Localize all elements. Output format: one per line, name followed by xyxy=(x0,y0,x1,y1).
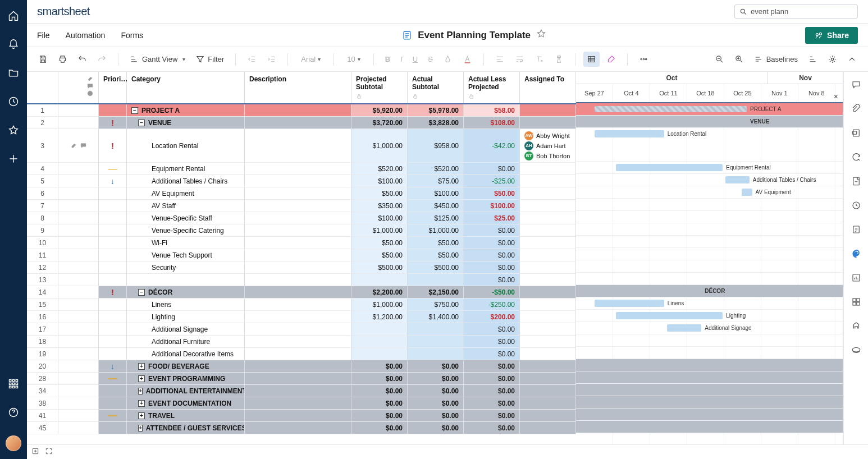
cell-actual[interactable]: $0.00 xyxy=(408,385,464,397)
table-row[interactable]: 5↓Additional Tables / Chairs$100.00$75.0… xyxy=(27,175,576,187)
gantt-row[interactable] xyxy=(576,273,843,285)
cell-description[interactable] xyxy=(245,249,351,261)
cell-description[interactable] xyxy=(245,323,351,336)
expand-toggle[interactable]: − xyxy=(131,107,138,114)
cell-projected[interactable]: $0.00 xyxy=(351,385,408,397)
cell-diff[interactable]: -$25.00 xyxy=(464,175,520,187)
table-row[interactable]: 3!Location Rental$1,000.00$958.00-$42.00… xyxy=(27,129,576,163)
row-number[interactable]: 17 xyxy=(27,323,58,336)
gantt-row[interactable] xyxy=(576,408,843,421)
cell-category[interactable]: −DÉCOR xyxy=(127,286,245,299)
cell-diff[interactable]: $0.00 xyxy=(464,274,520,286)
cell-assigned[interactable] xyxy=(520,397,576,410)
cell-diff[interactable]: $0.00 xyxy=(464,410,520,422)
cell-diff[interactable]: $0.00 xyxy=(464,360,520,373)
table-row[interactable]: 1−PROJECT A$5,920.00$5,978.00$58.00 xyxy=(27,104,576,117)
cell-category[interactable]: AV Equipment xyxy=(127,187,245,200)
cell-category[interactable]: +FOOD/ BEVERAGE xyxy=(127,360,245,373)
cell-category[interactable] xyxy=(127,274,245,286)
row-number[interactable]: 4 xyxy=(27,163,58,175)
cell-diff[interactable]: $0.00 xyxy=(464,249,520,261)
table-row[interactable]: 11Venue Tech Support$50.00$50.00$0.00 xyxy=(27,249,576,261)
row-number[interactable]: 6 xyxy=(27,187,58,200)
cell-description[interactable] xyxy=(245,129,351,163)
cell-priority[interactable]: — xyxy=(99,410,127,422)
cell-assigned[interactable] xyxy=(520,104,576,117)
row-number[interactable]: 38 xyxy=(27,397,58,410)
table-row[interactable]: 20↓+FOOD/ BEVERAGE$0.00$0.00$0.00 xyxy=(27,360,576,373)
table-row[interactable]: 13$0.00 xyxy=(27,274,576,286)
gantt-bar[interactable]: VENUE xyxy=(595,118,747,125)
gantt-row[interactable] xyxy=(576,347,843,359)
fill-color-button[interactable] xyxy=(440,52,456,67)
cell-description[interactable] xyxy=(245,373,351,385)
cell-description[interactable] xyxy=(245,410,351,422)
cell-assigned[interactable] xyxy=(520,274,576,286)
cell-assigned[interactable] xyxy=(520,311,576,323)
table-row[interactable]: 2!−VENUE$3,720.00$3,828.00$108.00 xyxy=(27,117,576,129)
row-number[interactable]: 5 xyxy=(27,175,58,187)
cell-priority[interactable] xyxy=(99,336,127,348)
gantt-row[interactable]: AV Equipment xyxy=(576,186,843,199)
table-row[interactable]: 15Linens$1,000.00$750.00-$250.00 xyxy=(27,299,576,311)
cell-category[interactable]: −VENUE xyxy=(127,117,245,129)
cell-category[interactable]: Security xyxy=(127,261,245,274)
cell-description[interactable] xyxy=(245,348,351,360)
cell-priority[interactable] xyxy=(99,224,127,237)
row-number[interactable]: 34 xyxy=(27,385,58,397)
table-row[interactable]: 16Lighting$1,200.00$1,400.00$200.00 xyxy=(27,311,576,323)
row-number[interactable]: 15 xyxy=(27,299,58,311)
table-row[interactable]: 45+ATTENDEE / GUEST SERVICES$0.00$0.00$0… xyxy=(27,422,576,434)
cell-description[interactable] xyxy=(245,117,351,129)
brandfolder-icon[interactable] xyxy=(851,249,861,260)
table-row[interactable]: 7AV Staff$350.00$450.00$100.00 xyxy=(27,200,576,212)
cell-category[interactable]: Venue Tech Support xyxy=(127,249,245,261)
cell-diff[interactable]: $0.00 xyxy=(464,224,520,237)
cell-actual[interactable]: $1,400.00 xyxy=(408,311,464,323)
gantt-row[interactable] xyxy=(576,384,843,396)
cell-category[interactable]: Additional Decorative Items xyxy=(127,348,245,360)
comment-indicator-icon[interactable] xyxy=(80,142,87,149)
cell-diff[interactable]: $0.00 xyxy=(464,163,520,175)
cell-category[interactable]: +ATTENDEE / GUEST SERVICES xyxy=(127,422,245,434)
cell-assigned[interactable] xyxy=(520,249,576,261)
cell-actual[interactable]: $0.00 xyxy=(408,410,464,422)
cell-projected[interactable]: $350.00 xyxy=(351,200,408,212)
gantt-row[interactable]: DÉCOR xyxy=(576,285,843,297)
search-input[interactable]: event plann xyxy=(734,4,858,19)
connections-icon[interactable] xyxy=(851,345,861,357)
cell-projected[interactable]: $1,000.00 xyxy=(351,129,408,163)
table-row[interactable]: 38+EVENT DOCUMENTATION$0.00$0.00$0.00 xyxy=(27,397,576,410)
zoom-out-button[interactable] xyxy=(711,52,728,67)
row-number[interactable]: 8 xyxy=(27,212,58,224)
cell-description[interactable] xyxy=(245,274,351,286)
cell-actual[interactable]: $5,978.00 xyxy=(408,104,464,117)
cell-diff[interactable]: $200.00 xyxy=(464,311,520,323)
grid-body[interactable]: 1−PROJECT A$5,920.00$5,978.00$58.002!−VE… xyxy=(27,104,576,434)
cell-category[interactable]: +TRAVEL xyxy=(127,410,245,422)
cell-description[interactable] xyxy=(245,163,351,175)
cell-diff[interactable]: $0.00 xyxy=(464,348,520,360)
col-header-projected[interactable]: Projected Subtotal xyxy=(351,72,408,103)
table-row[interactable]: 8Venue-Specific Staff$100.00$125.00$25.0… xyxy=(27,212,576,224)
cell-description[interactable] xyxy=(245,311,351,323)
filter-button[interactable]: Filter xyxy=(192,52,227,67)
menu-automation[interactable]: Automation xyxy=(66,31,106,40)
cell-diff[interactable]: $58.00 xyxy=(464,104,520,117)
cell-priority[interactable]: ! xyxy=(99,117,127,129)
cell-category[interactable]: AV Staff xyxy=(127,200,245,212)
cell-projected[interactable]: $100.00 xyxy=(351,175,408,187)
cell-projected[interactable]: $1,000.00 xyxy=(351,224,408,237)
cell-actual[interactable] xyxy=(408,323,464,336)
gantt-close-button[interactable]: × xyxy=(834,92,838,101)
cell-diff[interactable]: $0.00 xyxy=(464,373,520,385)
cell-priority[interactable] xyxy=(99,348,127,360)
cell-category[interactable]: Lighting xyxy=(127,311,245,323)
gantt-bar[interactable]: Location Rental xyxy=(595,130,664,137)
align-button[interactable] xyxy=(492,52,508,67)
row-number[interactable]: 11 xyxy=(27,249,58,261)
row-number[interactable]: 41 xyxy=(27,410,58,422)
cell-priority[interactable] xyxy=(99,249,127,261)
cell-priority[interactable] xyxy=(99,385,127,397)
table-row[interactable]: 10Wi-Fi$50.00$50.00$0.00 xyxy=(27,237,576,249)
